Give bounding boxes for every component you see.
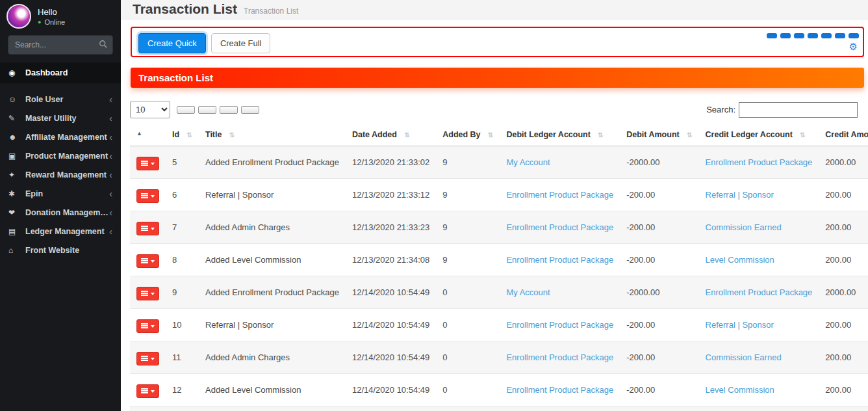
column-header[interactable]: Date Added ⇅ — [346, 126, 436, 146]
sidebar-item-label: Ledger Management — [25, 227, 109, 236]
row-actions-button[interactable] — [136, 157, 159, 170]
column-header-label: Id — [172, 130, 179, 139]
table-row: 9 Added Enrollment Product Package 12/14… — [130, 276, 868, 309]
cell-added-by: 0 — [436, 374, 500, 406]
credit-account-link[interactable]: Referral | Sponsor — [706, 190, 774, 200]
page-size-select[interactable]: 10 — [130, 101, 170, 118]
create-full-button[interactable]: Create Full — [211, 33, 271, 53]
column-header[interactable]: Added By ⇅ — [436, 126, 500, 146]
debit-account-link[interactable]: Enrollment Product Package — [506, 352, 613, 362]
sidebar-item-label: Role User — [25, 95, 109, 104]
column-header[interactable]: Title ⇅ — [199, 126, 346, 146]
cell-title: Added Enrollment Product Package — [199, 276, 346, 309]
debit-account-link[interactable]: My Account — [506, 287, 550, 297]
cell-credit-amount: 200.00 — [819, 309, 868, 341]
sidebar-search-input[interactable] — [8, 35, 113, 55]
sidebar-item[interactable]: ❤ Donation Management ‹ — [0, 203, 121, 222]
sidebar-item[interactable]: ▣ Product Management ‹ — [0, 146, 121, 165]
debit-account-link[interactable]: Enrollment Product Package — [506, 190, 613, 200]
action-column-header[interactable]: ▲ — [130, 126, 166, 146]
reward-icon: ✦ — [8, 170, 21, 179]
column-header[interactable]: Id ⇅ — [166, 126, 199, 146]
row-actions-button[interactable] — [136, 254, 159, 268]
row-actions-button[interactable] — [136, 319, 159, 333]
cell-debit-amount: -200.00 — [620, 179, 698, 211]
sidebar-item-label: Epin — [25, 189, 109, 198]
table-row: 7 Added Admin Charges 12/13/2020 21:33:2… — [130, 211, 868, 244]
cell-added-by: 0 — [436, 341, 500, 374]
page-title: Transaction List — [133, 1, 237, 17]
column-header[interactable]: Debit Amount ⇅ — [620, 126, 698, 146]
ledger-badge[interactable] — [780, 33, 791, 38]
create-quick-button[interactable]: Create Quick — [138, 33, 206, 53]
credit-account-link[interactable]: Enrollment Product Package — [706, 157, 813, 167]
user-greeting: Hello — [38, 7, 65, 17]
column-header[interactable]: Credit Amount ⇅ — [819, 126, 868, 146]
export-button[interactable] — [177, 106, 195, 114]
search-icon[interactable] — [99, 40, 108, 49]
row-actions-button[interactable] — [136, 189, 159, 203]
sidebar-item-label: Affiliate Management — [25, 133, 109, 142]
debit-account-link[interactable]: Enrollment Product Package — [506, 222, 613, 232]
cell-credit-account: Referral | Sponsor — [699, 179, 819, 211]
cell-credit-account: Level Commission — [699, 374, 819, 406]
sidebar-item[interactable]: ⌂ Front Website — [0, 241, 121, 259]
ledger-badge[interactable] — [849, 33, 859, 38]
sidebar-item[interactable]: ✱ Epin ‹ — [0, 184, 121, 203]
ledger-badge[interactable] — [808, 33, 818, 38]
credit-account-link[interactable]: Level Commission — [706, 385, 774, 395]
cell-id: 11 — [166, 341, 199, 374]
export-button[interactable] — [241, 106, 259, 114]
chevron-left-icon: ‹ — [109, 151, 112, 161]
chevron-left-icon: ‹ — [109, 207, 112, 217]
cell-debit-account: Enrollment Product Package — [500, 374, 620, 406]
export-buttons — [177, 106, 262, 114]
users-icon: ☺ — [8, 95, 21, 104]
row-actions-button[interactable] — [136, 352, 159, 365]
credit-account-link[interactable]: Commission Earned — [706, 222, 782, 232]
table-controls: 10 Search: — [130, 101, 867, 118]
cell-credit-account: Enrollment Product Package — [699, 146, 819, 179]
sidebar-item[interactable]: ✦ Reward Management ‹ — [0, 165, 121, 184]
export-button[interactable] — [198, 106, 216, 114]
column-header[interactable]: Credit Ledger Account ⇅ — [699, 126, 819, 146]
sidebar-item[interactable]: ☺ Role User ‹ — [0, 90, 121, 109]
cell-id: 10 — [166, 309, 199, 341]
hamburger-icon — [141, 161, 148, 162]
sidebar-item[interactable]: ✎ Master Utility ‹ — [0, 109, 121, 127]
caret-down-icon — [151, 293, 155, 295]
sidebar-item[interactable]: ◉ Dashboard — [0, 62, 121, 83]
debit-account-link[interactable]: Enrollment Product Package — [506, 385, 613, 395]
sidebar-item[interactable]: ▤ Ledger Management ‹ — [0, 222, 121, 241]
credit-account-link[interactable]: Level Commission — [706, 255, 774, 265]
row-actions-button[interactable] — [136, 287, 159, 300]
sidebar-item[interactable]: ☻ Affiliate Management ‹ — [0, 127, 121, 146]
ledger-badge[interactable] — [794, 33, 804, 38]
table-search-input[interactable] — [739, 102, 858, 118]
debit-account-link[interactable]: My Account — [506, 157, 550, 167]
cell-date-added: 12/14/2020 10:54:49 — [346, 374, 436, 406]
debit-account-link[interactable]: Enrollment Product Package — [506, 320, 613, 330]
action-panel: Create Quick Create Full ⚙ — [131, 27, 864, 57]
cell-debit-amount: -200.00 — [620, 374, 698, 406]
table-row: 10 Referral | Sponsor 12/14/2020 10:54:4… — [130, 309, 868, 341]
export-button[interactable] — [220, 106, 238, 114]
credit-account-link[interactable]: Enrollment Product Package — [706, 287, 813, 297]
sidebar-item-label: Product Management — [25, 152, 109, 161]
ledger-badge[interactable] — [767, 33, 777, 38]
cell-date-added: 12/13/2020 21:33:12 — [346, 179, 436, 211]
table-row: 12 Added Level Commission 12/14/2020 10:… — [130, 374, 868, 406]
credit-account-link[interactable]: Referral | Sponsor — [706, 320, 774, 330]
credit-account-link[interactable]: Commission Earned — [706, 352, 782, 362]
hamburger-icon — [141, 323, 148, 325]
cell-title: Added Level Commission — [199, 374, 346, 406]
row-actions-button[interactable] — [136, 222, 159, 235]
ledger-badge[interactable] — [835, 33, 845, 38]
debit-account-link[interactable]: Enrollment Product Package — [506, 255, 613, 265]
column-header[interactable]: Debit Ledger Account ⇅ — [500, 126, 620, 146]
main-content: Transaction List Transaction List Create… — [121, 0, 868, 411]
row-actions-button[interactable] — [136, 384, 159, 398]
gear-icon[interactable]: ⚙ — [849, 42, 859, 51]
cell-title: Referral | Sponsor — [199, 179, 346, 211]
ledger-badge[interactable] — [821, 33, 832, 38]
